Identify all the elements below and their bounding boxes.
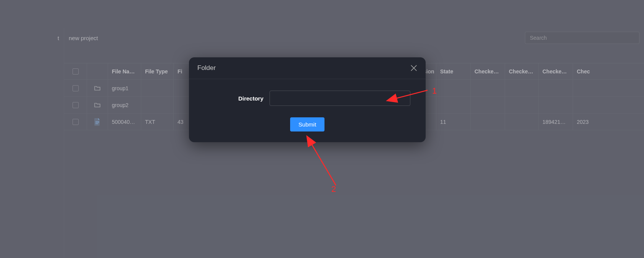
directory-input[interactable] xyxy=(270,91,410,106)
directory-label: Directory xyxy=(204,95,263,102)
submit-button[interactable]: Submit xyxy=(290,117,325,131)
modal-header: Folder xyxy=(189,57,426,79)
folder-modal: Folder Directory Submit xyxy=(189,57,426,142)
modal-footer: Submit xyxy=(189,114,426,142)
close-icon[interactable] xyxy=(410,65,417,71)
modal-body: Directory xyxy=(189,79,426,114)
modal-title: Folder xyxy=(197,64,216,72)
